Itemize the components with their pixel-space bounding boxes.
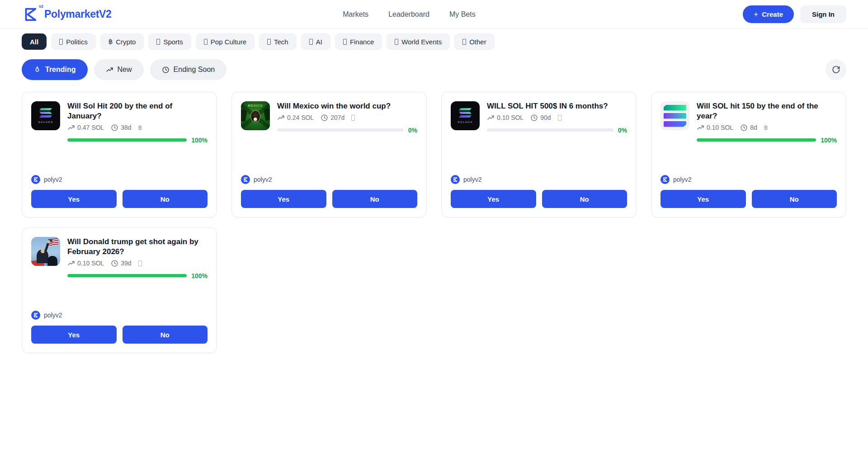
- create-button-label: Create: [762, 10, 783, 18]
- creator-avatar-icon: [660, 175, 670, 184]
- nav-item-markets[interactable]: Markets: [343, 10, 368, 19]
- category-stat: ฿: [764, 124, 768, 131]
- probability-bar-row: 100%: [697, 137, 837, 144]
- refresh-button[interactable]: [826, 59, 846, 80]
- nav-item-label: My Bets: [449, 10, 476, 18]
- volume-value: 0.10 SOL: [497, 114, 524, 121]
- category-chip-other[interactable]: Other: [454, 33, 495, 50]
- creator-name: polyv2: [673, 176, 691, 183]
- category-chip-crypto[interactable]: ฿Crypto: [100, 33, 144, 50]
- category-chip-pop-culture[interactable]: Pop Culture: [196, 33, 255, 50]
- category-stat: [138, 260, 142, 266]
- market-card-body: Will SOL hit 150 by the end of the year?…: [697, 101, 837, 144]
- category-chip-world-events[interactable]: World Events: [387, 33, 450, 50]
- volume-value: 0.24 SOL: [287, 114, 314, 121]
- polymarket-logo-icon: v2: [22, 6, 39, 23]
- category-chip-finance[interactable]: Finance: [335, 33, 382, 50]
- category-glyph-icon: [395, 39, 398, 45]
- volume-stat: 0.10 SOL: [487, 114, 524, 122]
- category-chip-sports[interactable]: Sports: [148, 33, 191, 50]
- nav-item-leaderboard[interactable]: Leaderboard: [388, 10, 429, 19]
- market-card-header: SOLANAWILL SOL HIT 500$ IN 6 months?0.10…: [451, 101, 627, 134]
- market-cards-grid: SOLANAWill Sol Hit 200 by the end of Jan…: [22, 92, 846, 353]
- market-stats: 0.10 SOL39d: [67, 260, 208, 267]
- volume-value: 0.47 SOL: [77, 124, 104, 131]
- no-button[interactable]: No: [123, 326, 208, 344]
- bet-actions: YesNo: [31, 190, 208, 208]
- creator-avatar-icon: [31, 311, 40, 320]
- creator-avatar-icon: [451, 175, 460, 184]
- bet-actions: YesNo: [660, 190, 837, 208]
- category-chip-label: Pop Culture: [211, 38, 246, 46]
- sort-pill-ending-soon[interactable]: Ending Soon: [150, 59, 227, 80]
- creator-row: polyv2: [31, 175, 208, 184]
- sort-pill-label: Trending: [45, 66, 76, 74]
- category-chip-all[interactable]: All: [22, 33, 47, 50]
- no-button[interactable]: No: [123, 190, 208, 208]
- market-card[interactable]: MEXICOWill Mexico win the world cup?0.24…: [231, 92, 427, 217]
- category-glyph-icon: [343, 39, 347, 45]
- no-button[interactable]: No: [542, 190, 627, 208]
- category-chip-politics[interactable]: Politics: [51, 33, 96, 50]
- clock-icon: [111, 260, 118, 267]
- category-chip-label: Other: [469, 38, 486, 46]
- clock-icon: [740, 124, 748, 132]
- category-chip-tech[interactable]: Tech: [259, 33, 297, 50]
- creator-row: polyv2: [31, 311, 208, 320]
- probability-percent: 0%: [618, 127, 627, 134]
- category-chip-label: Finance: [350, 38, 374, 46]
- probability-track: [67, 274, 187, 277]
- probability-fill: [67, 138, 187, 142]
- category-stat: [351, 115, 355, 121]
- bet-actions: YesNo: [31, 326, 208, 344]
- clock-icon: [162, 66, 170, 74]
- time-left-value: 39d: [121, 260, 131, 267]
- market-thumbnail: SOLANA: [31, 101, 60, 130]
- market-title: WILL SOL HIT 500$ IN 6 months?: [487, 101, 627, 111]
- no-button[interactable]: No: [332, 190, 418, 208]
- probability-track: [67, 138, 187, 142]
- no-button[interactable]: No: [752, 190, 837, 208]
- card-spacer: [31, 144, 208, 175]
- market-stats: 0.10 SOL8d฿: [697, 124, 837, 132]
- clock-icon: [111, 124, 118, 132]
- market-card[interactable]: SOLANAWill Sol Hit 200 by the end of Jan…: [22, 92, 217, 217]
- market-card[interactable]: SOLANAWILL SOL HIT 500$ IN 6 months?0.10…: [441, 92, 637, 217]
- market-card[interactable]: Will SOL hit 150 by the end of the year?…: [651, 92, 846, 217]
- nav-item-my-bets[interactable]: My Bets: [449, 10, 476, 19]
- category-chip-label: AI: [316, 38, 322, 46]
- category-chip-ai[interactable]: AI: [301, 33, 330, 50]
- time-left-stat: 39d: [111, 260, 131, 267]
- thumb-label: SOLANA: [38, 121, 53, 123]
- time-left-stat: 90d: [530, 114, 551, 122]
- trend-up-icon: [67, 260, 75, 267]
- sort-pill-label: New: [118, 66, 132, 74]
- probability-track: [697, 138, 816, 142]
- create-button[interactable]: + Create: [743, 5, 794, 23]
- unknown-glyph-icon: [351, 115, 355, 121]
- yes-button[interactable]: Yes: [451, 190, 536, 208]
- yes-button[interactable]: Yes: [660, 190, 746, 208]
- unknown-glyph-icon: [558, 115, 561, 121]
- yes-button[interactable]: Yes: [241, 190, 326, 208]
- sort-pill-trending[interactable]: Trending: [22, 59, 88, 80]
- thumb-decoration: [44, 242, 50, 252]
- refresh-icon: [831, 65, 840, 74]
- brand-name: PolymarketV2: [44, 8, 112, 20]
- probability-bar-row: 0%: [487, 127, 627, 134]
- market-thumbnail: SOLANA: [451, 101, 480, 130]
- brand[interactable]: v2 PolymarketV2: [22, 6, 112, 23]
- main-nav: MarketsLeaderboardMy Bets: [343, 10, 475, 19]
- market-title: Will Sol Hit 200 by the end of January?: [67, 101, 208, 121]
- solana-bar: [664, 105, 686, 111]
- sort-pill-new[interactable]: New: [94, 59, 144, 80]
- sign-in-button[interactable]: Sign In: [800, 5, 846, 23]
- yes-button[interactable]: Yes: [31, 326, 117, 344]
- probability-track: [487, 128, 613, 132]
- yes-button[interactable]: Yes: [31, 190, 117, 208]
- category-stat: [558, 115, 561, 121]
- creator-row: polyv2: [451, 175, 627, 184]
- category-chip-label: Politics: [66, 38, 88, 46]
- nav-item-label: Leaderboard: [388, 10, 429, 18]
- market-card[interactable]: Will Donald trump get shot again by Febr…: [22, 227, 217, 353]
